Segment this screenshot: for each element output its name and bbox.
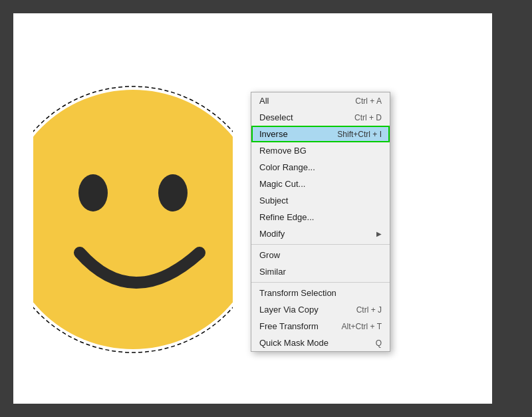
menu-item-shortcut: Ctrl + J — [356, 305, 382, 315]
menu-item-color-range[interactable]: Color Range... — [251, 159, 390, 176]
menu-item-magic-cut[interactable]: Magic Cut... — [251, 176, 390, 192]
menu-item-label: Free Transform — [259, 321, 319, 331]
menu-item-modify[interactable]: Modify▶ — [251, 225, 390, 242]
menu-item-label: Subject — [259, 196, 288, 206]
menu-item-grow[interactable]: Grow — [251, 247, 390, 263]
menu-item-deselect[interactable]: DeselectCtrl + D — [251, 109, 390, 126]
menu-item-label: Deselect — [259, 112, 293, 122]
menu-item-label: Layer Via Copy — [259, 305, 319, 315]
menu-item-shortcut: Alt+Ctrl + T — [342, 322, 382, 331]
menu-item-label: Grow — [259, 250, 280, 260]
svg-point-3 — [158, 174, 188, 211]
menu-item-inverse[interactable]: InverseShift+Ctrl + I — [251, 126, 390, 142]
menu-item-label: Transform Selection — [259, 288, 336, 298]
menu-item-label: Color Range... — [259, 162, 315, 172]
menu-item-transform-selection[interactable]: Transform Selection — [251, 285, 390, 301]
menu-item-quick-mask-mode[interactable]: Quick Mask ModeQ — [251, 335, 390, 351]
smiley-canvas-content — [33, 47, 233, 379]
menu-item-label: Magic Cut... — [259, 179, 305, 189]
menu-item-refine-edge[interactable]: Refine Edge... — [251, 209, 390, 225]
menu-item-shortcut: Q — [376, 339, 382, 348]
menu-item-label: All — [259, 96, 269, 106]
menu-item-subject[interactable]: Subject — [251, 192, 390, 209]
menu-item-shortcut: Ctrl + A — [355, 96, 382, 106]
menu-item-free-transform[interactable]: Free TransformAlt+Ctrl + T — [251, 318, 390, 335]
menu-item-label: Similar — [259, 267, 286, 277]
menu-item-remove-bg[interactable]: Remove BG — [251, 142, 390, 159]
menu-item-label: Quick Mask Mode — [259, 338, 329, 348]
svg-point-2 — [78, 174, 108, 211]
menu-separator — [251, 282, 390, 283]
menu-item-all[interactable]: AllCtrl + A — [251, 92, 390, 109]
submenu-arrow-icon: ▶ — [376, 230, 382, 237]
menu-item-similar[interactable]: Similar — [251, 263, 390, 280]
menu-item-label: Modify — [259, 229, 285, 239]
menu-item-label: Refine Edge... — [259, 212, 314, 222]
menu-separator — [251, 244, 390, 245]
context-menu: AllCtrl + ADeselectCtrl + DInverseShift+… — [251, 92, 390, 352]
menu-item-label: Inverse — [259, 129, 288, 139]
canvas: AllCtrl + ADeselectCtrl + DInverseShift+… — [13, 13, 492, 404]
menu-item-shortcut: Ctrl + D — [354, 113, 382, 122]
menu-item-shortcut: Shift+Ctrl + I — [337, 130, 382, 139]
menu-item-label: Remove BG — [259, 146, 307, 156]
svg-point-1 — [33, 90, 233, 349]
menu-item-layer-via-copy[interactable]: Layer Via CopyCtrl + J — [251, 301, 390, 318]
